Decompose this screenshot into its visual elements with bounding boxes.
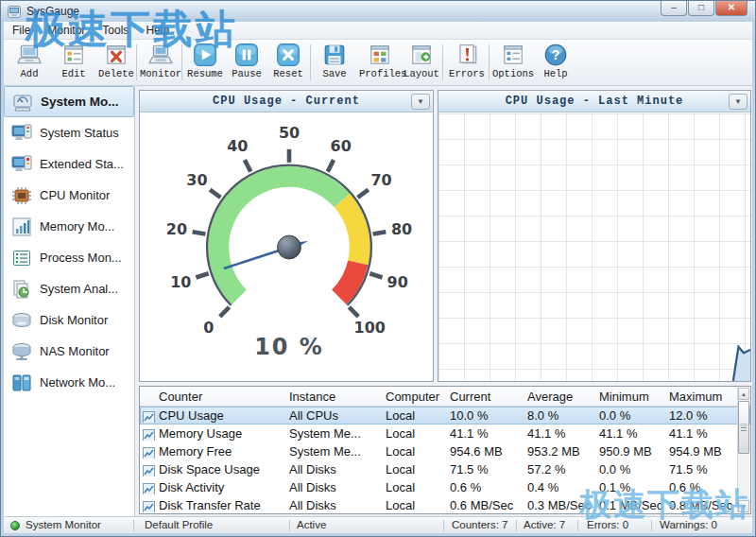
table-header[interactable]: Counter Instance Computer Current Averag… (140, 387, 750, 407)
col-current[interactable]: Current (446, 390, 524, 404)
options-icon (501, 43, 525, 67)
workspace: System Mo...System StatusExtended Sta...… (4, 86, 752, 516)
menu-file[interactable]: File (4, 24, 39, 37)
pause-icon (234, 43, 259, 67)
menu-tools[interactable]: Tools (94, 24, 137, 37)
history-panel: CPU Usage - Last Minute ▼ (438, 90, 751, 382)
sidebar-item-7[interactable]: Disk Monitor (4, 304, 134, 336)
sidebar-item-5[interactable]: Process Mon... (4, 242, 134, 273)
svg-text:40: 40 (227, 137, 248, 155)
minimize-button[interactable]: – (661, 1, 687, 16)
sidebar-item-icon (10, 340, 33, 363)
gauge-area: 010203040506070809010010 % (140, 113, 433, 381)
sidebar-item-label: Extended Sta... (40, 157, 124, 171)
sidebar-item-label: CPU Monitor (40, 188, 110, 202)
table-row[interactable]: Memory UsageSystem Me...Local41.1 %41.1 … (140, 424, 750, 442)
menu-bar: File Monitor Tools Help (4, 22, 752, 40)
scrollbar-thumb[interactable] (738, 401, 749, 454)
reset-button[interactable]: Reset (267, 43, 309, 83)
sidebar-item-8[interactable]: NAS Monitor (4, 336, 134, 367)
history-panel-title: CPU Usage - Last Minute (506, 95, 684, 108)
history-panel-dropdown-button[interactable]: ▼ (729, 94, 747, 110)
layout-icon (409, 43, 434, 67)
errors-button[interactable]: Errors (446, 43, 488, 83)
svg-text:?: ? (552, 47, 560, 62)
help-button[interactable]: ? Help (535, 43, 576, 83)
table-scrollbar[interactable]: ▲ ▼ (737, 388, 749, 512)
table-row[interactable]: Disk Space UsageAll DisksLocal71.5 %57.2… (140, 460, 750, 478)
sidebar-item-6[interactable]: System Anal... (4, 273, 134, 304)
counter-icon (143, 483, 155, 495)
layout-button[interactable]: Layout (401, 43, 442, 83)
status-monitor: System Monitor (26, 519, 101, 530)
svg-text:80: 80 (391, 220, 412, 238)
table-row[interactable]: Disk Transfer RateAll DisksLocal0.6 MB/S… (140, 496, 750, 514)
sidebar-item-2[interactable]: Extended Sta... (4, 148, 134, 180)
title-bar[interactable]: SysGauge – □ ✕ (1, 1, 755, 22)
toolbar: Add Edit Delete Monitor Resume Pause Res… (4, 40, 752, 86)
delete-icon (104, 43, 129, 67)
menu-monitor[interactable]: Monitor (39, 24, 94, 37)
gauge-panel-header: CPU Usage - Current ▼ (140, 91, 433, 113)
col-computer[interactable]: Computer (382, 390, 446, 404)
sidebar-item-icon (10, 153, 33, 176)
status-counters: Counters: 7 (452, 519, 507, 530)
sidebar-item-label: System Status (40, 126, 119, 140)
col-instance[interactable]: Instance (285, 390, 382, 404)
sidebar-item-3[interactable]: CPU Monitor (4, 180, 134, 211)
status-active: Active: 7 (524, 519, 565, 530)
col-maximum[interactable]: Maximum (665, 390, 738, 404)
sidebar-item-1[interactable]: System Status (4, 117, 134, 148)
col-minimum[interactable]: Minimum (595, 390, 665, 404)
counter-icon (143, 447, 155, 459)
table-row[interactable]: Disk ActivityAll DisksLocal0.6 %0.4 %0.1… (140, 478, 750, 496)
options-button[interactable]: Options (492, 43, 534, 83)
sidebar-item-0[interactable]: System Mo... (4, 86, 134, 117)
sidebar-item-4[interactable]: Memory Mo... (4, 211, 134, 242)
scroll-up-button[interactable]: ▲ (738, 388, 749, 400)
svg-text:10: 10 (170, 273, 191, 291)
close-button[interactable]: ✕ (715, 1, 747, 16)
edit-button[interactable]: Edit (53, 43, 94, 83)
app-icon (8, 6, 21, 18)
scroll-down-button[interactable]: ▼ (738, 500, 749, 512)
table-row[interactable]: CPU UsageAll CPUsLocal10.0 %8.0 %0.0 %12… (140, 407, 750, 424)
profiles-button[interactable]: Profiles (359, 43, 401, 83)
pause-button[interactable]: Pause (226, 43, 267, 83)
resume-icon (193, 43, 217, 67)
table-row[interactable]: Memory FreeSystem Me...Local954.6 MB953.… (140, 442, 750, 460)
sidebar-item-label: Memory Mo... (40, 219, 114, 234)
sidebar: System Mo...System StatusExtended Sta...… (4, 86, 135, 516)
gauge-panel-title: CPU Usage - Current (213, 95, 360, 108)
status-bar: System Monitor Default Profile Active Co… (4, 516, 752, 533)
sidebar-item-icon (10, 247, 33, 269)
gauge-panel-dropdown-button[interactable]: ▼ (411, 94, 430, 110)
sidebar-item-icon (10, 278, 33, 301)
save-button[interactable]: Save (314, 43, 355, 83)
svg-text:90: 90 (387, 273, 408, 291)
resume-button[interactable]: Resume (184, 43, 226, 83)
sidebar-item-label: System Mo... (41, 95, 119, 109)
counter-icon (143, 429, 155, 442)
sidebar-item-label: NAS Monitor (40, 344, 110, 358)
delete-button[interactable]: Delete (95, 43, 137, 83)
col-counter[interactable]: Counter (140, 390, 285, 404)
sidebar-item-icon (10, 309, 33, 332)
status-profile: Default Profile (145, 519, 213, 530)
counter-icon (143, 411, 155, 424)
help-icon: ? (543, 43, 568, 67)
profiles-icon (368, 43, 392, 67)
add-button[interactable]: Add (9, 43, 50, 83)
sidebar-item-9[interactable]: Network Mo... (4, 367, 134, 398)
monitor-button[interactable]: Monitor (140, 43, 181, 83)
svg-text:0: 0 (203, 319, 214, 337)
toolbar-separator (442, 44, 443, 80)
status-errors: Errors: 0 (587, 519, 628, 530)
toolbar-separator (136, 44, 137, 80)
maximize-button[interactable]: □ (688, 1, 714, 16)
cpu-gauge: 010203040506070809010010 % (140, 113, 433, 381)
toolbar-separator (310, 44, 311, 80)
sidebar-item-icon (10, 184, 33, 207)
menu-help[interactable]: Help (137, 24, 178, 37)
col-average[interactable]: Average (524, 390, 595, 404)
